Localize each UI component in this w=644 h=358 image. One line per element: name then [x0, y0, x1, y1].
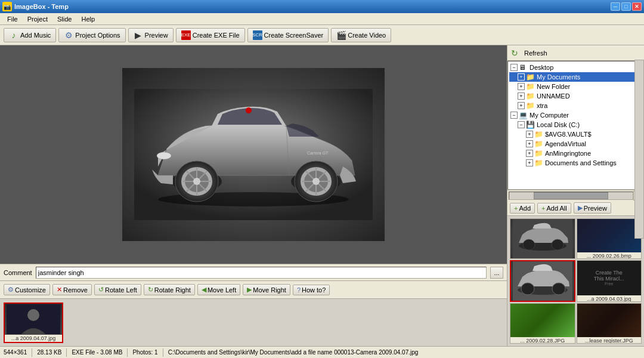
add-all-icon: +	[541, 205, 545, 212]
how-to-icon: ?	[297, 286, 301, 294]
thumb-item-1[interactable]: ...a 2009.04.07.jpg	[4, 303, 63, 343]
tree-expand-agenda-virtual[interactable]: +	[526, 140, 533, 147]
right-thumb-grid: ... 2009.02.28.JPG ... 2009.02.26.bmp	[507, 216, 644, 346]
add-icon: +	[514, 205, 518, 212]
comment-input[interactable]	[36, 267, 487, 279]
tree-item-anmingringtone[interactable]: + 📁 AnMingringtone	[509, 149, 642, 158]
tree-expand-desktop[interactable]: −	[510, 64, 518, 71]
right-thumb-img-3	[511, 261, 574, 302]
how-to-button[interactable]: ? How to?	[293, 285, 330, 295]
tree-expand-my-computer[interactable]: −	[510, 112, 518, 119]
tree-expand-unnamed[interactable]: +	[518, 92, 525, 100]
tree-scrollbar[interactable]	[509, 192, 633, 200]
refresh-button[interactable]: Refresh	[521, 48, 551, 58]
car-svg: Carrera GT	[134, 89, 373, 220]
menu-project[interactable]: Project	[23, 14, 52, 24]
right-panel: ↻ Refresh − 🖥 Desktop + 📁 My Documents +…	[507, 45, 644, 346]
tree-item-my-documents[interactable]: + 📁 My Documents	[509, 72, 642, 82]
folder-icon-my-documents: 📁	[526, 73, 535, 81]
right-thumb-label-5: ... 2009.02.28.JPG	[510, 337, 575, 343]
scrollbar-thumb[interactable]	[534, 192, 608, 199]
add-all-button[interactable]: + Add All	[537, 203, 571, 214]
tree-expand-my-documents[interactable]: +	[518, 73, 525, 81]
tree-item-new-folder[interactable]: + 📁 New Folder	[509, 82, 642, 91]
right-thumb-img-1	[510, 219, 575, 259]
right-thumb-4[interactable]: Create The This Miracl... Free ...a 2009…	[577, 260, 642, 302]
right-thumb-3[interactable]: ...a 2009.03.01.jpg	[510, 260, 575, 302]
drive-icon-c: 💾	[526, 121, 535, 129]
rotate-right-icon: ↻	[148, 286, 153, 294]
menu-slide[interactable]: Slide	[52, 14, 76, 24]
maximize-button[interactable]: □	[621, 2, 631, 11]
tree-item-desktop[interactable]: − 🖥 Desktop	[509, 63, 642, 72]
rotate-left-button[interactable]: ↺ Rotate Left	[94, 284, 141, 295]
right-thumb-6[interactable]: ...lease register.JPG	[577, 303, 642, 344]
remove-button[interactable]: ✕ Remove	[52, 284, 92, 295]
right-actions-bar: + Add + Add All ▶ Preview	[507, 200, 644, 216]
tree-item-local-disk[interactable]: − 💾 Local Disk (C:)	[509, 120, 642, 129]
right-scrollbar[interactable]	[634, 60, 644, 239]
project-options-icon: ⚙	[64, 30, 73, 40]
close-button[interactable]: ✕	[632, 2, 642, 11]
status-dimensions: 544×361	[4, 349, 27, 356]
status-path: C:\Documents and Settings\kir\My Documen…	[168, 349, 419, 356]
app-icon: 📷	[2, 2, 12, 11]
move-right-button[interactable]: ▶ Move Right	[243, 284, 290, 295]
right-thumb-5[interactable]: ... 2009.02.28.JPG	[510, 303, 575, 344]
right-thumb-1[interactable]: ... 2009.02.28.JPG	[510, 218, 575, 259]
titlebar: 📷 ImageBox - Temp ─ □ ✕	[0, 0, 644, 13]
tree-item-avg-vault[interactable]: + 📁 $AVG8.VAULT$	[509, 129, 642, 139]
window-controls: ─ □ ✕	[611, 2, 642, 11]
folder-icon-documents-settings: 📁	[534, 159, 544, 167]
tree-expand-new-folder[interactable]: +	[518, 83, 525, 90]
folder-icon-avg-vault: 📁	[534, 130, 544, 138]
main-toolbar: ♪ Add Music ⚙ Project Options ▶ Preview …	[0, 25, 644, 45]
file-tree[interactable]: − 🖥 Desktop + 📁 My Documents + 📁 New Fol…	[507, 61, 644, 190]
project-options-button[interactable]: ⚙ Project Options	[58, 28, 125, 42]
tree-expand-xtra[interactable]: +	[518, 102, 525, 109]
status-photos: Photos: 1	[132, 349, 157, 356]
move-left-icon: ◀	[202, 286, 206, 294]
tree-expand-avg-vault[interactable]: +	[526, 131, 533, 138]
tree-item-my-computer[interactable]: − 💻 My Computer	[509, 110, 642, 120]
right-thumb-label-2: ... 2009.02.26.bmp	[577, 252, 642, 258]
folder-icon-xtra: 📁	[526, 101, 535, 110]
tree-expand-documents-settings[interactable]: +	[526, 159, 533, 166]
status-sep-2	[66, 348, 67, 357]
tree-expand-anmingringtone[interactable]: +	[526, 150, 533, 157]
tree-item-unnamed[interactable]: + 📁 UNNAMED	[509, 91, 642, 101]
create-exe-button[interactable]: EXE Create EXE File	[176, 28, 245, 42]
create-screensaver-button[interactable]: SCR Create ScreenSaver	[247, 28, 329, 42]
move-right-icon: ▶	[247, 286, 252, 294]
rotate-right-button[interactable]: ↻ Rotate Right	[144, 284, 195, 295]
tree-item-xtra[interactable]: + 📁 xtra	[509, 101, 642, 110]
tree-item-documents-settings[interactable]: + 📁 Documents and Settings	[509, 158, 642, 168]
menu-help[interactable]: Help	[76, 14, 100, 24]
create-video-button[interactable]: 🎬 Create Video	[331, 28, 391, 42]
right-thumb-2[interactable]: ... 2009.02.26.bmp	[577, 218, 642, 259]
menu-file[interactable]: File	[2, 14, 23, 24]
rotate-left-icon: ↺	[98, 286, 104, 294]
create-video-icon: 🎬	[336, 30, 346, 40]
main-area: Carrera GT Comment ... ⚙ Customize ✕ Rem…	[0, 45, 644, 346]
create-exe-icon: EXE	[181, 30, 191, 40]
add-music-button[interactable]: ♪ Add Music	[4, 28, 56, 42]
preview-button[interactable]: ▶ Preview	[128, 28, 174, 42]
right-preview-button[interactable]: ▶ Preview	[574, 202, 611, 214]
tree-item-agenda-virtual[interactable]: + 📁 AgendaVirtual	[509, 139, 642, 149]
minimize-button[interactable]: ─	[611, 2, 620, 11]
add-button[interactable]: + Add	[510, 203, 535, 214]
folder-icon-agenda-virtual: 📁	[534, 140, 544, 148]
customize-button[interactable]: ⚙ Customize	[4, 284, 50, 295]
image-preview: Carrera GT	[0, 45, 507, 264]
svg-point-28	[523, 239, 535, 250]
status-filesize: 28.13 KB	[37, 349, 61, 356]
svg-point-23	[246, 107, 252, 113]
tree-expand-local-disk[interactable]: −	[518, 121, 525, 128]
svg-point-20	[312, 178, 320, 185]
right-thumb-label-6: ...lease register.JPG	[577, 337, 642, 343]
svg-point-21	[157, 152, 171, 159]
preview-icon: ▶	[134, 30, 143, 40]
move-left-button[interactable]: ◀ Move Left	[197, 284, 240, 295]
comment-more-button[interactable]: ...	[490, 267, 503, 279]
